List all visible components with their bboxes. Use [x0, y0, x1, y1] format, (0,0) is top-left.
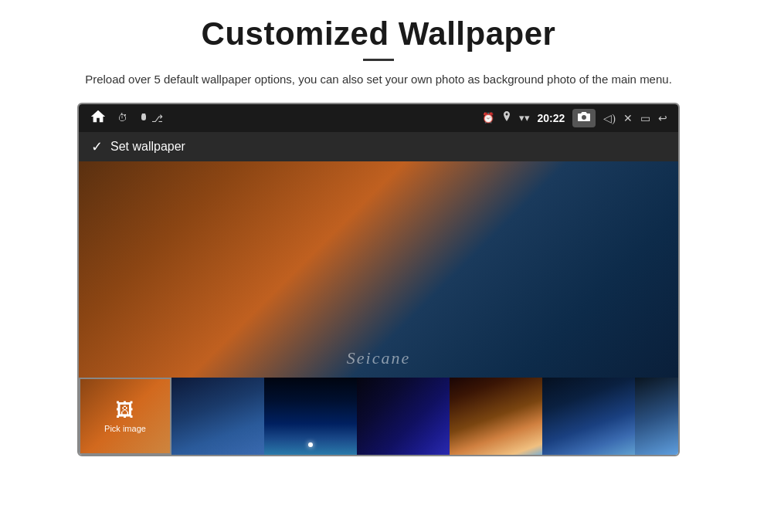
action-bar: ✓ Set wallpaper [79, 132, 678, 161]
wallpaper-thumb-5[interactable] [542, 378, 635, 455]
clock-icon: ⏱ [117, 112, 127, 124]
status-bar-left: ⏱ ⎇ [90, 108, 163, 128]
checkmark-icon: ✓ [91, 138, 103, 155]
page-subtitle: Preload over 5 default wallpaper options… [46, 70, 711, 89]
camera-button[interactable] [572, 109, 596, 127]
location-icon [502, 111, 511, 125]
close-icon[interactable]: ✕ [623, 112, 633, 125]
watermark: Seicane [347, 348, 410, 368]
home-icon[interactable] [90, 108, 107, 128]
usb-icon: ⎇ [138, 111, 163, 125]
volume-icon[interactable]: ◁) [603, 112, 616, 125]
status-time: 20:22 [538, 112, 565, 124]
status-bar-right: ⏰ ▾▾ 20:22 ◁) ✕ ▭ ↩ [482, 109, 667, 127]
back-icon[interactable]: ↩ [658, 112, 667, 125]
status-bar: ⏱ ⎇ ⏰ ▾▾ 20:22 [79, 104, 678, 132]
set-wallpaper-label: Set wallpaper [110, 140, 185, 154]
android-screen: ⏱ ⎇ ⏰ ▾▾ 20:22 [77, 103, 680, 456]
alarm-icon: ⏰ [482, 112, 494, 124]
window-icon[interactable]: ▭ [640, 112, 650, 125]
wallpaper-thumb-partial[interactable] [635, 378, 678, 455]
wallpaper-thumb-2[interactable] [264, 378, 357, 455]
page-title: Customized Wallpaper [23, 15, 734, 53]
wallpaper-thumb-4[interactable] [450, 378, 542, 455]
wallpaper-preview: Seicane [79, 161, 678, 378]
thumbnail-strip: 🖼 Pick image [79, 378, 678, 455]
pick-image-label: Pick image [104, 424, 146, 433]
pick-image-icon: 🖼 [116, 399, 134, 421]
pick-image-button[interactable]: 🖼 Pick image [79, 378, 171, 455]
title-divider [363, 59, 394, 61]
wallpaper-thumb-1[interactable] [171, 378, 264, 455]
title-section: Customized Wallpaper Preload over 5 defa… [23, 15, 734, 89]
wifi-icon: ▾▾ [519, 112, 530, 124]
page-wrapper: Customized Wallpaper Preload over 5 defa… [0, 0, 757, 472]
wallpaper-thumb-3[interactable] [357, 378, 450, 455]
